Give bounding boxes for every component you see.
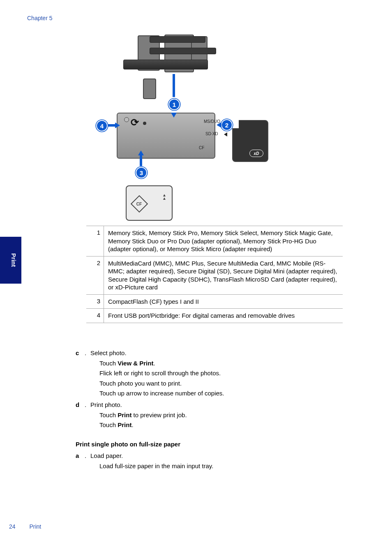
sd-notch-icon xyxy=(232,120,239,128)
step-dot: . xyxy=(85,400,90,410)
arrow-left-icon xyxy=(217,122,221,128)
arrow-up-icon xyxy=(138,150,144,155)
step-a: a . Load paper. xyxy=(76,451,343,461)
legend-text: Memory Stick, Memory Stick Pro, Memory S… xyxy=(104,226,343,256)
step-dot: . xyxy=(85,348,90,358)
step-a-line1: Load full-size paper in the main input t… xyxy=(99,461,343,471)
table-row: 4 Front USB port/Pictbridge: For digital… xyxy=(86,308,343,323)
step-letter: a xyxy=(76,451,85,461)
cf-arrows-icon: ▲▲ xyxy=(162,194,166,200)
page-number: 24 xyxy=(9,523,16,530)
legend-number: 2 xyxy=(86,256,104,294)
callout-legend-table: 1 Memory Stick, Memory Stick Pro, Memory… xyxy=(86,226,343,323)
cf-card-icon: CF ▲▲ xyxy=(126,185,173,221)
section-heading: Print single photo on full-size paper xyxy=(76,439,343,450)
callout-1-arrow-icon xyxy=(173,74,175,97)
step-c: c . Select photo. xyxy=(76,348,343,358)
step-d: d . Print photo. xyxy=(76,400,343,410)
slot-label-sdxd: SD·XD xyxy=(205,132,218,136)
callout-4: 4 xyxy=(96,120,108,132)
slot-sdxd-icon xyxy=(150,48,216,54)
legend-number: 4 xyxy=(86,309,104,323)
step-title: Select photo. xyxy=(90,348,127,358)
step-c-line4: Touch up arrow to increase number of cop… xyxy=(99,388,343,399)
callout-1: 1 xyxy=(168,99,180,110)
step-letter: d xyxy=(76,400,85,410)
callout-3: 3 xyxy=(136,167,147,178)
callout-4-arrow-icon xyxy=(108,124,116,127)
table-row: 3 CompactFlash (CF) types I and II xyxy=(86,294,343,309)
step-d-line1: Touch Print to preview print job. xyxy=(99,410,343,421)
legend-text: MultiMediaCard (MMC), MMC Plus, Secure M… xyxy=(104,256,343,294)
step-c-line1: Touch View & Print. xyxy=(99,358,343,369)
step-c-line2: Flick left or right to scroll through th… xyxy=(99,368,343,379)
callout-3-arrow-icon xyxy=(140,155,142,166)
memory-card-diagram: ⟳ MS/DUO SD·XD CF xD CF ▲▲ 1 2 3 4 xyxy=(90,31,284,220)
side-tab-label: Print xyxy=(10,253,17,267)
step-title: Print photo. xyxy=(90,400,122,410)
arrow-left-icon xyxy=(224,132,227,136)
step-title: Load paper. xyxy=(90,451,123,461)
m2-card-icon xyxy=(143,79,156,99)
instruction-block: c . Select photo. Touch View & Print. Fl… xyxy=(76,347,343,471)
slot-msduo-icon xyxy=(150,36,205,43)
usb-port-icon xyxy=(143,122,146,125)
page: Chapter 5 Print ⟳ MS/DUO SD·XD CF xD CF … xyxy=(0,0,392,543)
footer-section: Print xyxy=(29,523,41,530)
page-footer: 24 Print xyxy=(9,523,41,530)
slot-cf-icon xyxy=(123,60,208,69)
pictbridge-icon: ⟳ xyxy=(131,117,139,128)
xd-mark: xD xyxy=(249,150,263,157)
cf-mark: CF xyxy=(131,195,148,213)
side-tab: Print xyxy=(0,237,21,284)
table-row: 2 MultiMediaCard (MMC), MMC Plus, Secure… xyxy=(86,256,343,294)
status-light-icon xyxy=(124,117,129,122)
legend-text: CompactFlash (CF) types I and II xyxy=(104,295,343,309)
slot-label-cf: CF xyxy=(199,146,204,150)
step-dot: . xyxy=(85,451,90,461)
arrow-down-icon xyxy=(171,113,177,118)
step-d-line2: Touch Print. xyxy=(99,420,343,430)
arrow-right-icon xyxy=(115,122,120,128)
table-row: 1 Memory Stick, Memory Stick Pro, Memory… xyxy=(86,226,343,256)
legend-text: Front USB port/Pictbridge: For digital c… xyxy=(104,309,343,323)
legend-number: 3 xyxy=(86,295,104,309)
chapter-label: Chapter 5 xyxy=(27,15,52,21)
legend-number: 1 xyxy=(86,226,104,256)
step-letter: c xyxy=(76,348,85,358)
step-c-line3: Touch photo you want to print. xyxy=(99,379,343,389)
callout-2: 2 xyxy=(221,119,233,131)
